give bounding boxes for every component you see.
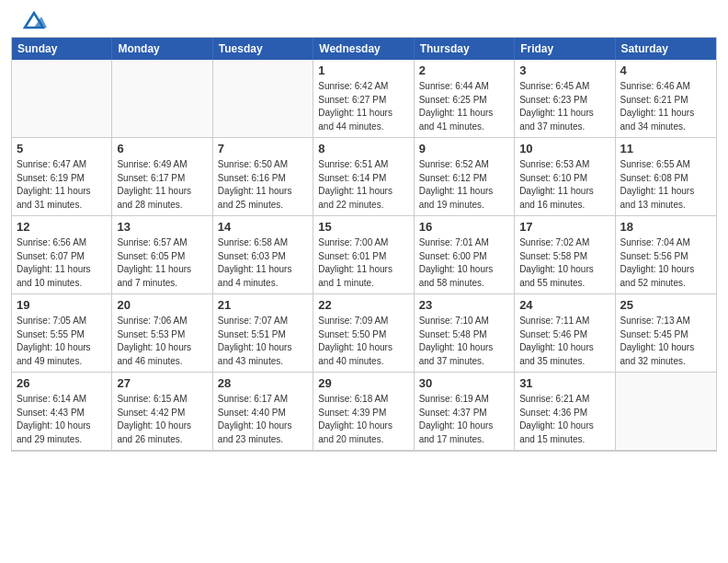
day-info: Sunrise: 6:58 AMSunset: 6:03 PMDaylight:… bbox=[218, 236, 308, 290]
day-number: 13 bbox=[117, 220, 207, 234]
day-info: Sunrise: 6:57 AMSunset: 6:05 PMDaylight:… bbox=[117, 236, 207, 290]
day-info: Sunrise: 6:45 AMSunset: 6:23 PMDaylight:… bbox=[519, 80, 609, 133]
day-info: Sunrise: 7:06 AMSunset: 5:53 PMDaylight:… bbox=[117, 315, 207, 368]
day-info: Sunrise: 6:18 AMSunset: 4:39 PMDaylight:… bbox=[318, 393, 408, 446]
day-cell-25: 25Sunrise: 7:13 AMSunset: 5:45 PMDayligh… bbox=[616, 294, 716, 373]
day-info: Sunrise: 7:04 AMSunset: 5:56 PMDaylight:… bbox=[620, 236, 711, 290]
day-number: 21 bbox=[218, 298, 308, 312]
day-info: Sunrise: 6:15 AMSunset: 4:42 PMDaylight:… bbox=[117, 393, 207, 446]
day-number: 18 bbox=[620, 220, 711, 234]
day-cell-7: 7Sunrise: 6:50 AMSunset: 6:16 PMDaylight… bbox=[213, 138, 313, 216]
logo bbox=[18, 11, 47, 31]
header bbox=[0, 0, 728, 37]
day-info: Sunrise: 6:42 AMSunset: 6:27 PMDaylight:… bbox=[318, 80, 408, 133]
svg-marker-1 bbox=[34, 17, 47, 28]
day-number: 24 bbox=[519, 298, 609, 312]
header-day-monday: Monday bbox=[112, 38, 212, 60]
header-day-tuesday: Tuesday bbox=[213, 38, 313, 60]
day-info: Sunrise: 7:10 AMSunset: 5:48 PMDaylight:… bbox=[419, 315, 509, 368]
header-day-sunday: Sunday bbox=[12, 38, 112, 60]
day-number: 28 bbox=[218, 376, 308, 390]
day-cell-11: 11Sunrise: 6:55 AMSunset: 6:08 PMDayligh… bbox=[616, 138, 716, 216]
empty-cell bbox=[213, 60, 313, 138]
day-info: Sunrise: 6:17 AMSunset: 4:40 PMDaylight:… bbox=[218, 393, 308, 446]
day-number: 17 bbox=[519, 220, 609, 234]
header-day-wednesday: Wednesday bbox=[313, 38, 414, 60]
day-info: Sunrise: 7:09 AMSunset: 5:50 PMDaylight:… bbox=[318, 315, 408, 368]
day-number: 11 bbox=[620, 142, 711, 155]
day-cell-28: 28Sunrise: 6:17 AMSunset: 4:40 PMDayligh… bbox=[213, 373, 313, 451]
day-cell-26: 26Sunrise: 6:14 AMSunset: 4:43 PMDayligh… bbox=[12, 373, 112, 451]
day-cell-30: 30Sunrise: 6:19 AMSunset: 4:37 PMDayligh… bbox=[415, 373, 515, 451]
day-info: Sunrise: 7:01 AMSunset: 6:00 PMDaylight:… bbox=[419, 236, 509, 290]
empty-cell bbox=[112, 60, 212, 138]
day-info: Sunrise: 7:00 AMSunset: 6:01 PMDaylight:… bbox=[318, 236, 408, 290]
day-number: 26 bbox=[17, 376, 107, 390]
header-day-friday: Friday bbox=[515, 38, 615, 60]
day-number: 20 bbox=[117, 298, 207, 312]
day-cell-24: 24Sunrise: 7:11 AMSunset: 5:46 PMDayligh… bbox=[515, 294, 615, 373]
day-info: Sunrise: 7:07 AMSunset: 5:51 PMDaylight:… bbox=[218, 315, 308, 368]
day-cell-23: 23Sunrise: 7:10 AMSunset: 5:48 PMDayligh… bbox=[415, 294, 515, 373]
day-number: 29 bbox=[318, 376, 408, 390]
day-number: 16 bbox=[419, 220, 509, 234]
day-number: 25 bbox=[620, 298, 711, 312]
day-cell-19: 19Sunrise: 7:05 AMSunset: 5:55 PMDayligh… bbox=[12, 294, 112, 373]
page-container: SundayMondayTuesdayWednesdayThursdayFrid… bbox=[0, 0, 728, 452]
calendar-body: 1Sunrise: 6:42 AMSunset: 6:27 PMDaylight… bbox=[12, 60, 716, 451]
day-info: Sunrise: 6:53 AMSunset: 6:10 PMDaylight:… bbox=[519, 158, 609, 212]
day-info: Sunrise: 6:56 AMSunset: 6:07 PMDaylight:… bbox=[17, 236, 107, 290]
day-info: Sunrise: 6:21 AMSunset: 4:36 PMDaylight:… bbox=[519, 393, 609, 446]
day-cell-2: 2Sunrise: 6:44 AMSunset: 6:25 PMDaylight… bbox=[415, 60, 515, 138]
day-cell-5: 5Sunrise: 6:47 AMSunset: 6:19 PMDaylight… bbox=[12, 138, 112, 216]
day-cell-1: 1Sunrise: 6:42 AMSunset: 6:27 PMDaylight… bbox=[313, 60, 414, 138]
day-cell-18: 18Sunrise: 7:04 AMSunset: 5:56 PMDayligh… bbox=[616, 216, 716, 294]
day-info: Sunrise: 6:49 AMSunset: 6:17 PMDaylight:… bbox=[117, 158, 207, 212]
day-number: 31 bbox=[519, 376, 609, 390]
day-cell-20: 20Sunrise: 7:06 AMSunset: 5:53 PMDayligh… bbox=[112, 294, 212, 373]
day-cell-27: 27Sunrise: 6:15 AMSunset: 4:42 PMDayligh… bbox=[112, 373, 212, 451]
day-number: 27 bbox=[117, 376, 207, 390]
empty-cell bbox=[616, 373, 716, 451]
day-number: 15 bbox=[318, 220, 408, 234]
day-info: Sunrise: 6:46 AMSunset: 6:21 PMDaylight:… bbox=[620, 80, 711, 133]
day-info: Sunrise: 7:11 AMSunset: 5:46 PMDaylight:… bbox=[519, 315, 609, 368]
day-cell-22: 22Sunrise: 7:09 AMSunset: 5:50 PMDayligh… bbox=[313, 294, 414, 373]
day-cell-15: 15Sunrise: 7:00 AMSunset: 6:01 PMDayligh… bbox=[313, 216, 414, 294]
day-cell-14: 14Sunrise: 6:58 AMSunset: 6:03 PMDayligh… bbox=[213, 216, 313, 294]
day-cell-3: 3Sunrise: 6:45 AMSunset: 6:23 PMDaylight… bbox=[515, 60, 615, 138]
day-number: 1 bbox=[318, 63, 408, 77]
day-info: Sunrise: 6:51 AMSunset: 6:14 PMDaylight:… bbox=[318, 158, 408, 212]
header-day-saturday: Saturday bbox=[616, 38, 716, 60]
day-cell-9: 9Sunrise: 6:52 AMSunset: 6:12 PMDaylight… bbox=[415, 138, 515, 216]
day-number: 10 bbox=[519, 142, 609, 155]
day-info: Sunrise: 6:47 AMSunset: 6:19 PMDaylight:… bbox=[17, 158, 107, 212]
day-number: 30 bbox=[419, 376, 509, 390]
calendar-header: SundayMondayTuesdayWednesdayThursdayFrid… bbox=[12, 38, 716, 60]
day-info: Sunrise: 6:44 AMSunset: 6:25 PMDaylight:… bbox=[419, 80, 509, 133]
day-info: Sunrise: 6:50 AMSunset: 6:16 PMDaylight:… bbox=[218, 158, 308, 212]
day-number: 2 bbox=[419, 63, 509, 77]
day-info: Sunrise: 7:05 AMSunset: 5:55 PMDaylight:… bbox=[17, 315, 107, 368]
day-number: 4 bbox=[620, 63, 711, 77]
day-number: 12 bbox=[17, 220, 107, 234]
empty-cell bbox=[12, 60, 112, 138]
day-info: Sunrise: 6:19 AMSunset: 4:37 PMDaylight:… bbox=[419, 393, 509, 446]
day-cell-10: 10Sunrise: 6:53 AMSunset: 6:10 PMDayligh… bbox=[515, 138, 615, 216]
header-day-thursday: Thursday bbox=[415, 38, 515, 60]
day-number: 14 bbox=[218, 220, 308, 234]
day-info: Sunrise: 7:13 AMSunset: 5:45 PMDaylight:… bbox=[620, 315, 711, 368]
day-number: 3 bbox=[519, 63, 609, 77]
day-number: 8 bbox=[318, 142, 408, 155]
day-number: 6 bbox=[117, 142, 207, 155]
day-cell-13: 13Sunrise: 6:57 AMSunset: 6:05 PMDayligh… bbox=[112, 216, 212, 294]
day-cell-12: 12Sunrise: 6:56 AMSunset: 6:07 PMDayligh… bbox=[12, 216, 112, 294]
day-cell-6: 6Sunrise: 6:49 AMSunset: 6:17 PMDaylight… bbox=[112, 138, 212, 216]
day-info: Sunrise: 7:02 AMSunset: 5:58 PMDaylight:… bbox=[519, 236, 609, 290]
day-number: 9 bbox=[419, 142, 509, 155]
day-cell-29: 29Sunrise: 6:18 AMSunset: 4:39 PMDayligh… bbox=[313, 373, 414, 451]
day-info: Sunrise: 6:52 AMSunset: 6:12 PMDaylight:… bbox=[419, 158, 509, 212]
day-number: 22 bbox=[318, 298, 408, 312]
day-info: Sunrise: 6:14 AMSunset: 4:43 PMDaylight:… bbox=[17, 393, 107, 446]
day-cell-31: 31Sunrise: 6:21 AMSunset: 4:36 PMDayligh… bbox=[515, 373, 615, 451]
